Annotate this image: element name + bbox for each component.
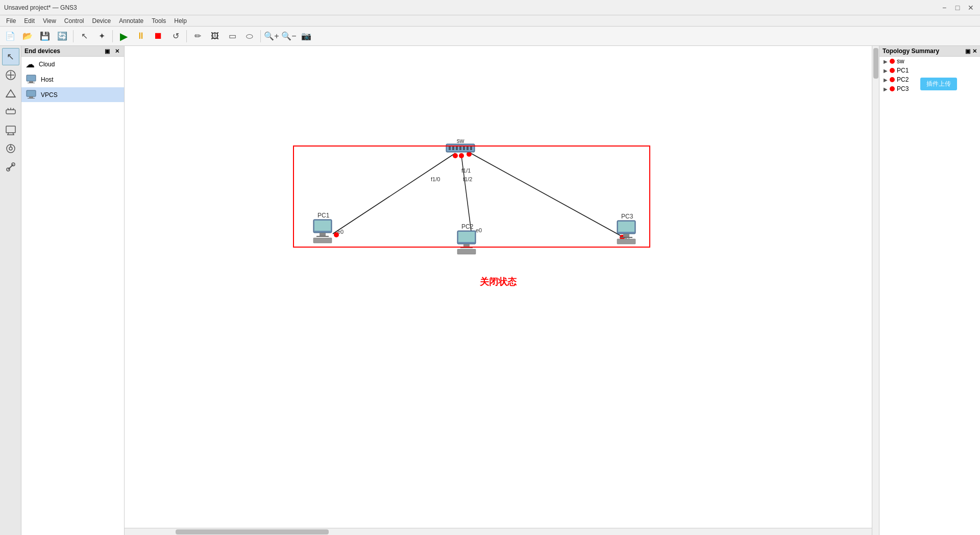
panel-close-btn[interactable]: ✕	[113, 48, 121, 55]
svg-rect-21	[27, 90, 36, 96]
topo-arrow-sw: ▶	[884, 59, 888, 64]
topo-arrow-pc2: ▶	[884, 77, 888, 83]
popup-tooltip: 插件上传	[920, 78, 957, 90]
minimize-button[interactable]: −	[939, 3, 949, 13]
menu-item-control[interactable]: Control	[60, 16, 88, 26]
toolbar-sep-1	[73, 30, 74, 42]
sidebar-end-devices[interactable]	[2, 121, 19, 139]
svg-rect-9	[6, 126, 15, 133]
svg-rect-51	[314, 221, 331, 231]
topo-label-pc2: PC2	[897, 76, 909, 83]
sidebar-add-link[interactable]	[2, 158, 19, 176]
svg-point-34	[459, 153, 464, 158]
sw-node: sw	[446, 137, 475, 152]
draw-ellipse-button[interactable]: ⬭	[241, 28, 258, 44]
pc2-node: PC2	[457, 223, 476, 254]
topo-item-sw[interactable]: ▶ sw	[879, 57, 980, 66]
sidebar-browse-all[interactable]	[2, 66, 19, 84]
pause-button[interactable]: ⏸	[133, 28, 149, 44]
sidebar-switches[interactable]	[2, 103, 19, 120]
menu-item-annotate[interactable]: Annotate	[115, 16, 148, 26]
svg-line-26	[471, 153, 624, 237]
scroll-thumb-h[interactable]	[176, 529, 329, 534]
svg-marker-3	[6, 90, 15, 97]
reload-button[interactable]: ↺	[167, 28, 184, 44]
topo-summary-title: Topology Summary	[883, 47, 939, 55]
titlebar: Unsaved project* — GNS3 − □ ✕	[0, 0, 980, 15]
maximize-button[interactable]: □	[952, 3, 963, 13]
toolbar-sep-2	[112, 30, 113, 42]
svg-text:f1/2: f1/2	[463, 176, 472, 182]
device-panel-header: End devices ▣ ✕	[21, 46, 124, 57]
sidebar-security[interactable]	[2, 140, 19, 157]
svg-rect-45	[463, 146, 465, 150]
svg-line-24	[333, 153, 455, 234]
horizontal-scrollbar[interactable]	[125, 528, 872, 535]
draw-rect-button[interactable]: ▭	[224, 28, 240, 44]
topo-label-pc1: PC1	[897, 67, 909, 74]
svg-rect-52	[320, 233, 326, 236]
menu-item-file[interactable]: File	[2, 16, 20, 26]
canvas-area[interactable]: f1/0 f1/2 f1/1 e0 e0 e0	[125, 46, 872, 535]
canvas-status-text: 关闭状态	[480, 276, 517, 288]
svg-rect-44	[459, 146, 461, 150]
svg-rect-43	[456, 146, 458, 150]
device-vpcs[interactable]: VPCS	[21, 87, 124, 102]
panel-restore-btn[interactable]: ▣	[103, 48, 111, 55]
topo-restore-btn[interactable]: ▣	[965, 48, 970, 55]
menu-item-edit[interactable]: Edit	[20, 16, 39, 26]
device-host[interactable]: Host	[21, 72, 124, 87]
svg-rect-42	[452, 146, 454, 150]
topo-arrow-pc1: ▶	[884, 68, 888, 74]
svg-point-14	[9, 147, 12, 150]
topology-summary-header: Topology Summary ▣ ✕	[879, 46, 980, 57]
panel-header-controls: ▣ ✕	[103, 48, 121, 55]
refresh-button[interactable]: 🔄	[54, 28, 70, 44]
canvas[interactable]: f1/0 f1/2 f1/1 e0 e0 e0	[125, 46, 872, 528]
menu-item-device[interactable]: Device	[88, 16, 115, 26]
edit-note-button[interactable]: ✏	[189, 28, 206, 44]
topo-dot-sw	[890, 59, 895, 64]
play-button[interactable]: ▶	[115, 28, 132, 44]
menu-item-view[interactable]: View	[39, 16, 60, 26]
popup-text: 插件上传	[926, 80, 951, 87]
topo-item-pc1[interactable]: ▶ PC1	[879, 66, 980, 75]
svg-rect-18	[27, 75, 36, 81]
svg-text:f1/0: f1/0	[431, 176, 440, 182]
new-button[interactable]: 📄	[2, 28, 18, 44]
svg-rect-57	[458, 232, 475, 242]
vertical-scrollbar[interactable]	[872, 46, 879, 535]
zoom-in-button[interactable]: 🔍+	[263, 28, 280, 44]
insert-image-button[interactable]: 🖼	[207, 28, 223, 44]
vpcs-icon	[26, 89, 37, 100]
topo-dot-pc3	[890, 86, 895, 91]
window-title: Unsaved project* — GNS3	[4, 4, 77, 11]
svg-text:PC2: PC2	[461, 223, 474, 230]
svg-rect-65	[620, 237, 632, 238]
svg-rect-63	[618, 222, 634, 232]
sidebar-routers[interactable]	[2, 85, 19, 102]
move-button[interactable]: ✦	[93, 28, 110, 44]
svg-text:f1/1: f1/1	[461, 167, 471, 174]
save-button[interactable]: 💾	[37, 28, 53, 44]
menu-item-tools[interactable]: Tools	[148, 16, 170, 26]
toolbar-sep-4	[260, 30, 261, 42]
host-label: Host	[41, 76, 54, 83]
svg-rect-46	[467, 146, 469, 150]
sidebar-pointer[interactable]: ↖	[2, 48, 19, 65]
open-button[interactable]: 📂	[19, 28, 36, 44]
menubar: FileEditViewControlDeviceAnnotateToolsHe…	[0, 15, 980, 27]
svg-rect-59	[460, 247, 473, 248]
device-panel-title: End devices	[24, 47, 60, 55]
svg-rect-54	[313, 238, 332, 243]
topo-label-sw: sw	[897, 58, 904, 65]
scroll-thumb-v[interactable]	[873, 48, 878, 79]
topo-close-btn[interactable]: ✕	[972, 48, 977, 55]
screenshot-button[interactable]: 📷	[298, 28, 314, 44]
close-button[interactable]: ✕	[966, 3, 976, 13]
menu-item-help[interactable]: Help	[170, 16, 191, 26]
stop-button[interactable]: ⏹	[150, 28, 166, 44]
device-cloud[interactable]: ☁ Cloud	[21, 57, 124, 72]
zoom-out-button[interactable]: 🔍−	[281, 28, 297, 44]
select-button[interactable]: ↖	[76, 28, 92, 44]
